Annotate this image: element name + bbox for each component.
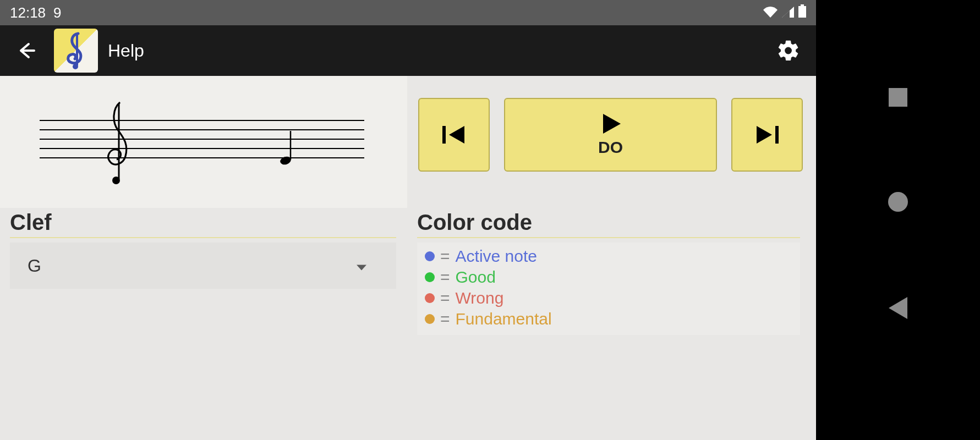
legend-row-fundamental: = Fundamental [425, 309, 792, 329]
legend-label: Active note [456, 246, 537, 267]
previous-button[interactable] [418, 98, 490, 172]
color-code-panel: Color code = Active note = Good = Wrong [417, 210, 800, 335]
skip-previous-icon [439, 124, 469, 146]
legend-row-active: = Active note [425, 246, 792, 267]
nav-recent-button[interactable] [889, 88, 907, 107]
svg-rect-1 [798, 6, 806, 18]
dropdown-caret-icon [355, 256, 368, 276]
back-button[interactable] [14, 38, 39, 63]
clef-panel: Clef G [10, 210, 396, 289]
equals-icon: = [440, 267, 450, 288]
equals-icon: = [440, 246, 450, 267]
legend-dot-icon [425, 314, 435, 324]
legend-dot-icon [425, 293, 435, 303]
svg-rect-0 [801, 4, 804, 6]
legend-label: Good [456, 267, 496, 288]
clef-select[interactable]: G [10, 243, 396, 289]
wifi-icon [763, 4, 778, 21]
legend-label: Wrong [456, 288, 504, 309]
legend-dot-icon [425, 251, 435, 261]
app-screen: 12:18 9 Help [0, 0, 816, 440]
svg-point-5 [112, 177, 120, 184]
play-button-label: DO [598, 138, 623, 157]
divider [417, 237, 800, 238]
svg-rect-8 [442, 126, 446, 144]
treble-clef-icon [105, 99, 132, 187]
svg-rect-9 [775, 126, 779, 144]
app-icon [54, 29, 98, 73]
status-bar: 12:18 9 [0, 0, 816, 25]
settings-button[interactable] [775, 37, 802, 64]
play-button[interactable]: DO [504, 98, 717, 172]
page-title: Help [108, 41, 144, 61]
nav-back-button[interactable] [889, 297, 907, 319]
color-legend: = Active note = Good = Wrong = Fundament… [417, 243, 800, 335]
color-code-title: Color code [417, 210, 800, 235]
legend-label: Fundamental [456, 309, 552, 329]
staff-area [0, 76, 407, 208]
equals-icon: = [440, 309, 450, 329]
play-icon [598, 113, 624, 135]
android-nav-rail [816, 0, 980, 440]
nav-home-button[interactable] [888, 192, 908, 212]
music-note-icon [280, 131, 295, 165]
playback-controls: DO [418, 98, 803, 180]
status-extra-icon: 9 [53, 4, 61, 21]
legend-dot-icon [425, 272, 435, 282]
music-staff [40, 120, 364, 158]
app-bar: Help [0, 25, 816, 76]
battery-icon [798, 4, 806, 21]
equals-icon: = [440, 288, 450, 309]
signal-icon [782, 4, 794, 21]
svg-point-3 [73, 64, 78, 69]
skip-next-icon [752, 124, 782, 146]
divider [10, 237, 396, 238]
legend-row-wrong: = Wrong [425, 288, 792, 309]
next-button[interactable] [731, 98, 803, 172]
legend-row-good: = Good [425, 267, 792, 288]
status-time: 12:18 [10, 4, 46, 21]
clef-select-value: G [28, 256, 41, 276]
clef-panel-title: Clef [10, 210, 396, 235]
